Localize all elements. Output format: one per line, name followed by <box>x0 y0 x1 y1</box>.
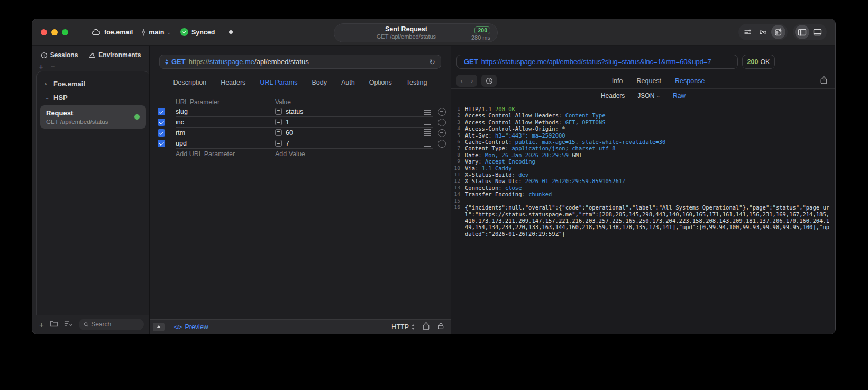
tab-body[interactable]: Body <box>312 79 327 86</box>
log-list-button[interactable] <box>741 25 755 39</box>
back-button[interactable]: ‹ <box>456 77 467 85</box>
sent-method: GET <box>464 58 478 66</box>
param-name[interactable]: rtm <box>176 129 275 137</box>
resend-request-icon[interactable]: ↻ <box>429 58 435 66</box>
equals-icon <box>275 140 282 147</box>
add-parameter-placeholder[interactable]: Add URL Parameter <box>176 150 275 158</box>
tab-headers[interactable]: Headers <box>221 79 245 86</box>
loop-requests-button[interactable] <box>756 25 770 39</box>
remove-param-button[interactable] <box>438 119 446 126</box>
toggle-sidebar-button[interactable] <box>795 25 809 39</box>
request-item-title: Request <box>46 109 140 117</box>
sidebar-search[interactable] <box>79 319 144 330</box>
equals-icon <box>275 119 282 125</box>
subtab-headers[interactable]: Headers <box>601 92 625 99</box>
line-number: 15 <box>451 198 465 204</box>
add-request-button[interactable] <box>39 320 44 329</box>
add-param-row[interactable]: Add URL Parameter Add Value <box>150 149 451 159</box>
code-line: 8Date: Mon, 26 Jan 2026 20:29:59 GMT <box>451 152 831 158</box>
forward-button[interactable]: › <box>467 77 477 85</box>
drag-handle-icon[interactable] <box>424 108 431 115</box>
sent-request-title: Sent Request <box>341 25 471 33</box>
checkbox-checked[interactable] <box>158 140 165 147</box>
sync-status[interactable]: Synced <box>180 28 215 36</box>
minimize-window-button[interactable] <box>51 29 58 35</box>
param-name[interactable]: slug <box>176 108 275 115</box>
sort-filter-button[interactable] <box>64 320 73 329</box>
subtab-raw[interactable]: Raw <box>673 92 686 99</box>
request-url-bar[interactable]: GET https://statuspage.me/api/embed/stat… <box>159 55 441 69</box>
preview-label: Preview <box>185 323 208 331</box>
sidebar-item-request[interactable]: Request GET /api/embed/status <box>40 105 146 129</box>
toggle-bottom-panel-button[interactable] <box>810 25 825 39</box>
line-content: Date: Mon, 26 Jan 2026 20:29:59 GMT <box>465 152 831 158</box>
param-value[interactable]: 1 <box>286 119 289 126</box>
lines-arrow-up-icon <box>744 28 752 37</box>
import-export-button[interactable] <box>771 25 785 39</box>
param-remove-zone <box>433 119 451 126</box>
request-url[interactable]: https://statuspage.me/api/embed/status <box>189 58 309 66</box>
tab-sessions[interactable]: Sessions <box>41 51 78 59</box>
tab-info[interactable]: Info <box>612 77 623 85</box>
search-input[interactable] <box>91 321 139 328</box>
subtab-json[interactable]: JSON⌄ <box>637 92 660 99</box>
preview-button[interactable]: </> Preview <box>174 323 208 331</box>
history-button[interactable] <box>481 75 497 87</box>
checkbox-checked[interactable] <box>158 108 165 115</box>
sessions-clock-icon <box>41 52 48 59</box>
duration-label: 280 ms <box>471 34 490 41</box>
param-checkbox-zone <box>150 140 176 147</box>
tab-environments[interactable]: Environments <box>88 51 141 59</box>
protocol-stepper-icon <box>412 324 415 330</box>
sent-url-box[interactable]: GET https://statuspage.me/api/embed/stat… <box>456 55 738 69</box>
drag-handle-icon[interactable] <box>424 140 431 147</box>
param-name[interactable]: upd <box>176 140 275 147</box>
remove-param-button[interactable] <box>438 140 446 148</box>
add-value-placeholder[interactable]: Add Value <box>275 150 305 158</box>
lock-button[interactable] <box>437 322 444 332</box>
tab-auth[interactable]: Auth <box>341 79 355 86</box>
remove-session-button[interactable] <box>51 62 56 71</box>
line-content: Access-Control-Allow-Headers: Content-Ty… <box>465 112 831 119</box>
tree-group-hsp[interactable]: ⌄ HSP <box>37 90 149 104</box>
request-editor-footer: </> Preview HTTP <box>150 319 451 334</box>
share-button[interactable] <box>422 322 430 332</box>
add-session-button[interactable] <box>39 62 43 71</box>
tree-group-foe-email[interactable]: › Foe.email <box>37 77 149 90</box>
loop-arrows-icon <box>759 28 768 36</box>
protocol-selector[interactable]: HTTP <box>391 323 415 331</box>
param-fields: inc1 <box>176 117 433 128</box>
zoom-window-button[interactable] <box>62 29 68 35</box>
drag-handle-icon[interactable] <box>424 129 431 136</box>
url-scheme: https:// <box>189 58 209 66</box>
main-content: Sessions Environments › Foe.email <box>32 46 835 334</box>
tab-response[interactable]: Response <box>675 77 705 85</box>
param-value[interactable]: 60 <box>286 129 293 137</box>
sidebar-add-remove <box>32 61 149 71</box>
expand-panel-button[interactable] <box>153 323 165 331</box>
param-name[interactable]: inc <box>176 119 275 126</box>
param-value[interactable]: status <box>286 108 303 115</box>
tab-testing[interactable]: Testing <box>406 79 427 86</box>
tab-description[interactable]: Description <box>173 79 207 86</box>
tab-request[interactable]: Request <box>637 77 662 85</box>
new-folder-button[interactable] <box>50 320 58 329</box>
drag-handle-icon[interactable] <box>424 119 431 125</box>
method-label[interactable]: GET <box>171 58 186 66</box>
tab-url-params[interactable]: URL Params <box>260 79 297 86</box>
param-value[interactable]: 7 <box>286 140 289 147</box>
project-menu[interactable]: foe.email <box>92 29 133 36</box>
method-stepper-icon[interactable] <box>165 59 168 65</box>
tab-options[interactable]: Options <box>369 79 392 86</box>
export-response-button[interactable] <box>820 76 828 86</box>
branch-selector[interactable]: main ⌄ <box>141 29 171 36</box>
sent-request-pill[interactable]: Sent Request GET /api/embed/status 200 2… <box>334 23 498 42</box>
checkbox-checked[interactable] <box>158 129 165 137</box>
close-window-button[interactable] <box>41 29 47 35</box>
line-number: 8 <box>451 152 465 158</box>
status-badge: 200 <box>474 26 490 34</box>
remove-param-button[interactable] <box>438 129 446 137</box>
remove-param-button[interactable] <box>438 108 446 116</box>
code-line: 3Access-Control-Allow-Methods: GET, OPTI… <box>451 119 831 125</box>
checkbox-checked[interactable] <box>158 119 165 126</box>
